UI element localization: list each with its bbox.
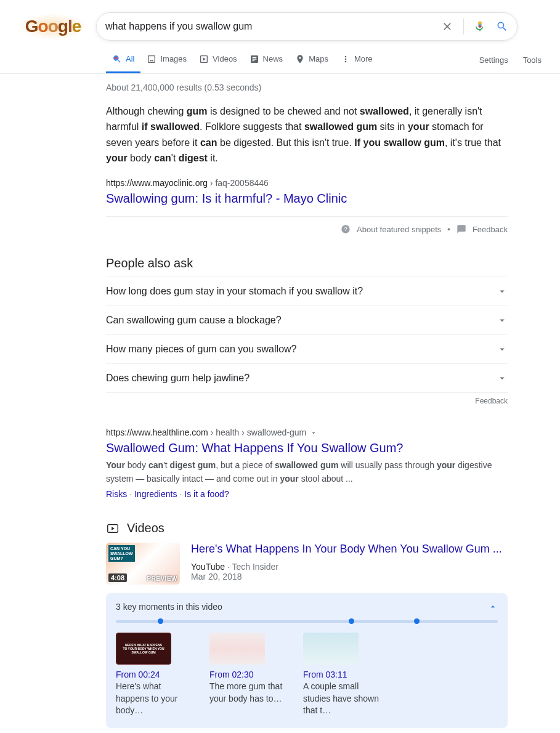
chevron-down-icon: [497, 373, 508, 384]
tab-label: News: [263, 54, 283, 64]
settings-link[interactable]: Settings: [479, 55, 508, 65]
result-url[interactable]: https://www.mayoclinic.org › faq-2005844…: [106, 178, 508, 188]
featured-snippet-text: Although chewing gum is designed to be c…: [106, 103, 508, 166]
paa-feedback[interactable]: Feedback: [106, 393, 508, 405]
paa-question[interactable]: Can swallowing gum cause a blockage?: [106, 306, 508, 334]
news-icon: [250, 54, 259, 64]
video-duration: 4:08: [108, 573, 127, 582]
svg-point-0: [115, 57, 117, 59]
video-source: YouTube · Tech Insider: [191, 562, 502, 572]
svg-text:?: ?: [344, 226, 347, 232]
moment-time[interactable]: From 00:24: [116, 670, 193, 679]
tab-label: All: [126, 54, 134, 64]
tab-all[interactable]: All: [106, 54, 140, 73]
tab-videos[interactable]: Videos: [193, 54, 243, 73]
moment-thumbnail: [303, 633, 359, 665]
paa-question[interactable]: Does chewing gum help jawline?: [106, 363, 508, 393]
about-featured-link[interactable]: About featured snippets: [357, 225, 441, 234]
chevron-down-icon: [497, 344, 508, 355]
tab-label: More: [354, 54, 373, 64]
tab-label: Maps: [309, 54, 328, 64]
search-icon: [112, 54, 122, 64]
divider: [463, 18, 464, 34]
sitelink[interactable]: Risks: [106, 489, 127, 499]
maps-icon: [295, 54, 305, 64]
tab-label: Images: [160, 54, 187, 64]
caret-down-icon[interactable]: [306, 427, 317, 437]
result-stats: About 21,400,000 results (0.53 seconds): [106, 74, 508, 103]
sitelinks: Risks·Ingredients·Is it a food?: [106, 489, 508, 499]
tab-label: Videos: [213, 54, 237, 64]
paa-question[interactable]: How many pieces of gum can you swallow?: [106, 334, 508, 363]
videos-heading: Videos: [127, 521, 164, 535]
moment-dot[interactable]: [349, 618, 354, 624]
key-moments-panel: 3 key moments in this video HERE'S WHAT …: [106, 593, 508, 728]
tab-more[interactable]: More: [335, 54, 379, 73]
feedback-link[interactable]: Feedback: [473, 225, 508, 234]
mic-icon[interactable]: [474, 20, 486, 33]
google-logo[interactable]: Google: [10, 13, 96, 40]
search-icon[interactable]: [496, 20, 508, 33]
help-icon: ?: [341, 224, 351, 234]
clear-icon[interactable]: [441, 20, 453, 33]
people-also-ask-heading: People also ask: [106, 256, 508, 270]
search-tabs: All Images Videos News Maps More: [106, 54, 379, 73]
chevron-down-icon: [497, 286, 508, 297]
result-title[interactable]: Swallowing gum: Is it harmful? - Mayo Cl…: [106, 190, 508, 206]
key-moment[interactable]: From 02:30The more gum that your body ha…: [209, 633, 287, 717]
tools-link[interactable]: Tools: [523, 55, 542, 65]
video-date: Mar 20, 2018: [191, 572, 502, 581]
moment-time[interactable]: From 03:11: [303, 670, 381, 679]
moment-dot[interactable]: [158, 618, 163, 624]
chevron-down-icon: [497, 315, 508, 326]
tab-news[interactable]: News: [243, 54, 290, 73]
preview-label: PREVIEW: [147, 575, 177, 582]
more-icon: [341, 54, 351, 64]
result-description: Your body can't digest gum, but a piece …: [106, 458, 508, 485]
paa-question[interactable]: How long does gum stay in your stomach i…: [106, 277, 508, 306]
tab-maps[interactable]: Maps: [289, 54, 335, 73]
sitelink[interactable]: Ingredients: [134, 489, 177, 499]
sitelink[interactable]: Is it a food?: [184, 489, 229, 499]
chevron-up-icon[interactable]: [488, 602, 498, 612]
result-title[interactable]: Swallowed Gum: What Happens If You Swall…: [106, 440, 508, 456]
moment-thumbnail: [209, 633, 265, 665]
videos-icon: [199, 54, 209, 64]
key-moment[interactable]: HERE'S WHAT HAPPENS TO YOUR BODY WHEN YO…: [116, 633, 193, 717]
key-moment[interactable]: From 03:11A couple small studies have sh…: [303, 633, 381, 717]
moment-thumbnail: HERE'S WHAT HAPPENS TO YOUR BODY WHEN YO…: [116, 633, 171, 665]
moment-desc: Here's what happens to your body…: [116, 681, 193, 717]
moment-dot[interactable]: [414, 618, 420, 624]
tab-images[interactable]: Images: [140, 54, 193, 73]
moments-timeline[interactable]: [116, 620, 498, 623]
video-result: CAN YOU SWALLOW GUM? 4:08 PREVIEW Here's…: [106, 543, 508, 585]
feedback-icon: [457, 224, 466, 234]
video-thumbnail[interactable]: CAN YOU SWALLOW GUM? 4:08 PREVIEW: [106, 543, 180, 585]
search-bar[interactable]: [96, 12, 517, 41]
videos-section-icon: [106, 522, 120, 535]
moment-time[interactable]: From 02:30: [209, 670, 287, 679]
images-icon: [147, 54, 156, 64]
result-url[interactable]: https://www.healthline.com › health › sw…: [106, 427, 508, 437]
video-title[interactable]: Here's What Happens In Your Body When Yo…: [191, 543, 502, 556]
search-input[interactable]: [105, 21, 441, 32]
key-moments-heading: 3 key moments in this video: [116, 602, 222, 612]
moment-desc: The more gum that your body has to…: [209, 681, 287, 705]
moment-desc: A couple small studies have shown that t…: [303, 681, 381, 717]
